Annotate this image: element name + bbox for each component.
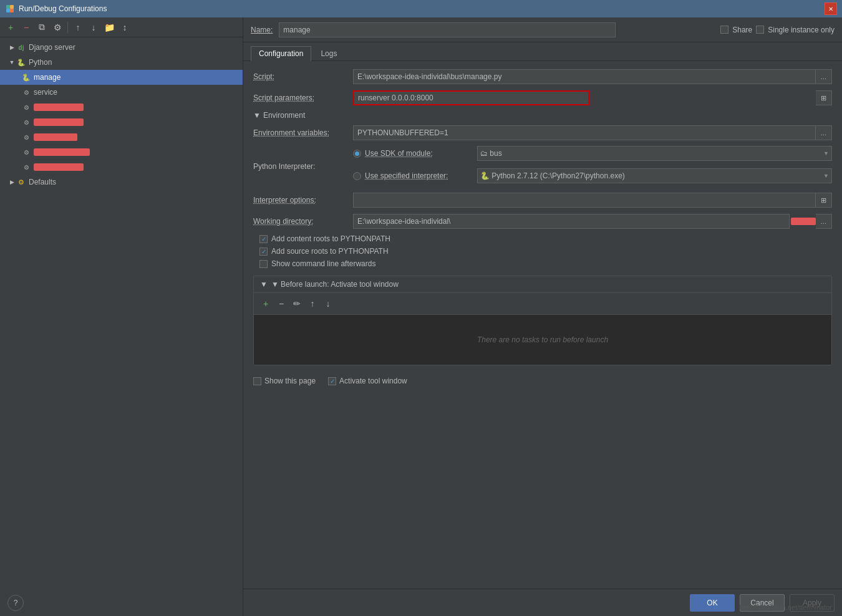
before-launch-down-button[interactable]: ↓ (321, 297, 335, 310)
tree-item-redacted-1[interactable]: ⚙ (0, 100, 243, 115)
share-checkbox[interactable] (720, 26, 728, 34)
before-launch-add-button[interactable]: + (259, 297, 273, 310)
close-button[interactable]: ✕ (825, 2, 837, 15)
name-bar: Name: Share Single instance only (243, 17, 842, 42)
redacted-bar-4 (34, 148, 90, 156)
tree-label-defaults: Defaults (29, 178, 56, 186)
environment-label: Environment (263, 111, 305, 120)
defaults-icon: ⚙ (16, 177, 26, 187)
tree-arrow-r5 (16, 163, 21, 171)
python-icon: 🐍 (16, 57, 26, 67)
script-browse-button[interactable]: … (816, 69, 832, 84)
service-icon: ⚙ (21, 87, 31, 97)
specified-select[interactable]: 🐍 Python 2.7.12 (C:\Python27\python.exe)… (477, 168, 832, 183)
tree-label-python: Python (29, 58, 52, 67)
script-label: Script: (253, 72, 353, 81)
use-sdk-row: Use SDK of module: 🗂 bus ▼ (353, 146, 832, 161)
before-launch-edit-button[interactable]: ✏ (290, 297, 304, 310)
activate-tool-window-checkbox[interactable] (328, 377, 336, 385)
script-params-input[interactable] (353, 90, 589, 105)
show-cmd-checkbox[interactable] (259, 260, 268, 268)
activate-tool-window-label: Activate tool window (339, 377, 407, 385)
left-panel: + − ⧉ ⚙ ↑ ↓ 📁 ↕ ▶ dj Django server (0, 17, 243, 616)
single-instance-checkbox[interactable] (756, 26, 764, 34)
tree-item-redacted-4[interactable]: ⚙ (0, 145, 243, 160)
env-vars-label: Environment variables: (253, 128, 353, 137)
tree-item-django[interactable]: ▶ dj Django server (0, 40, 243, 55)
tab-logs[interactable]: Logs (312, 46, 345, 60)
svg-rect-2 (6, 9, 10, 12)
script-params-row: Script parameters: ⊞ (253, 90, 832, 106)
working-dir-browse-button[interactable]: … (816, 214, 832, 229)
before-launch-header[interactable]: ▼ ▼ Before launch: Activate tool window (254, 276, 831, 293)
help-button[interactable]: ? (7, 595, 24, 611)
right-panel: Name: Share Single instance only Configu… (243, 17, 842, 616)
window-title: Run/Debug Configurations (19, 4, 825, 13)
tree-arrow-django: ▶ (7, 43, 16, 52)
sdk-select[interactable]: 🗂 bus ▼ (477, 146, 832, 161)
add-source-roots-label: Add source roots to PYTHONPATH (271, 247, 389, 256)
before-launch-arrow-icon: ▼ (260, 280, 268, 289)
folder-button[interactable]: 📁 (102, 21, 116, 34)
tree-item-redacted-2[interactable]: ⚙ (0, 115, 243, 130)
tree-arrow-r3 (16, 133, 21, 142)
tree-item-redacted-5[interactable]: ⚙ (0, 160, 243, 175)
move-up-button[interactable]: ↑ (71, 21, 85, 34)
tree-arrow-r2 (16, 118, 21, 127)
add-config-button[interactable]: + (4, 21, 17, 34)
use-specified-radio[interactable] (353, 172, 361, 180)
before-launch-body: There are no tasks to run before launch (254, 315, 831, 365)
move-down-button[interactable]: ↓ (87, 21, 100, 34)
remove-config-button[interactable]: − (19, 21, 33, 34)
script-input[interactable] (353, 69, 816, 84)
tree-arrow-defaults: ▶ (7, 178, 16, 186)
tab-configuration[interactable]: Configuration (251, 46, 311, 61)
sort-button[interactable]: ↕ (118, 21, 132, 34)
interpreter-options-expand-button[interactable]: ⊞ (816, 193, 832, 208)
settings-button[interactable]: ⚙ (51, 21, 64, 34)
tree-arrow-manage (16, 73, 21, 82)
tree-item-redacted-3[interactable]: ⚙ (0, 130, 243, 145)
tree-item-manage[interactable]: 🐍 manage (0, 70, 243, 85)
add-source-roots-checkbox[interactable] (259, 248, 268, 256)
environment-section-header[interactable]: ▼ Environment (253, 111, 832, 120)
before-launch-up-button[interactable]: ↑ (306, 297, 319, 310)
interpreter-options-input[interactable] (353, 193, 816, 208)
working-dir-row: Working directory: … (253, 213, 832, 229)
python-interpreter-label: Python Interpreter: (253, 162, 353, 171)
svg-rect-0 (6, 5, 10, 9)
tree-item-defaults[interactable]: ▶ ⚙ Defaults (0, 175, 243, 190)
before-launch-section: ▼ ▼ Before launch: Activate tool window … (253, 276, 832, 365)
before-launch-remove-button[interactable]: − (274, 297, 288, 310)
use-specified-row: Use specified interpreter: 🐍 Python 2.7.… (353, 168, 832, 183)
tree-label-manage: manage (34, 73, 60, 82)
watermark: http://blog.csdn.net/tterminator (739, 604, 832, 611)
tree-item-service[interactable]: ⚙ service (0, 85, 243, 100)
env-vars-input[interactable] (353, 125, 816, 140)
use-sdk-radio[interactable] (353, 150, 361, 158)
add-content-roots-checkbox[interactable] (259, 235, 268, 243)
working-dir-input[interactable] (353, 214, 790, 229)
redacted1-icon: ⚙ (21, 102, 31, 112)
show-cmd-row: Show command line afterwards (253, 259, 832, 268)
title-bar: Run/Debug Configurations ✕ (0, 0, 842, 17)
ok-button[interactable]: OK (690, 594, 735, 612)
script-params-expand-button[interactable]: ⊞ (816, 90, 832, 105)
redacted3-icon: ⚙ (21, 132, 31, 142)
left-toolbar: + − ⧉ ⚙ ↑ ↓ 📁 ↕ (0, 17, 243, 37)
name-input[interactable] (279, 22, 616, 37)
tree-label-django: Django server (29, 43, 75, 52)
interpreter-options-label: Interpreter options: (253, 196, 353, 205)
svg-rect-1 (10, 9, 14, 12)
copy-config-button[interactable]: ⧉ (35, 21, 49, 34)
tree-item-python[interactable]: ▼ 🐍 Python (0, 55, 243, 70)
svg-rect-3 (10, 5, 14, 9)
env-vars-browse-button[interactable]: … (816, 125, 832, 140)
redacted-bar-3 (34, 133, 77, 141)
script-params-label: Script parameters: (253, 94, 353, 102)
redacted-bar-1 (34, 103, 84, 111)
show-this-page-checkbox[interactable] (253, 377, 261, 385)
add-content-roots-label: Add content roots to PYTHONPATH (271, 234, 390, 243)
add-content-roots-row: Add content roots to PYTHONPATH (253, 234, 832, 243)
redacted5-icon: ⚙ (21, 162, 31, 172)
